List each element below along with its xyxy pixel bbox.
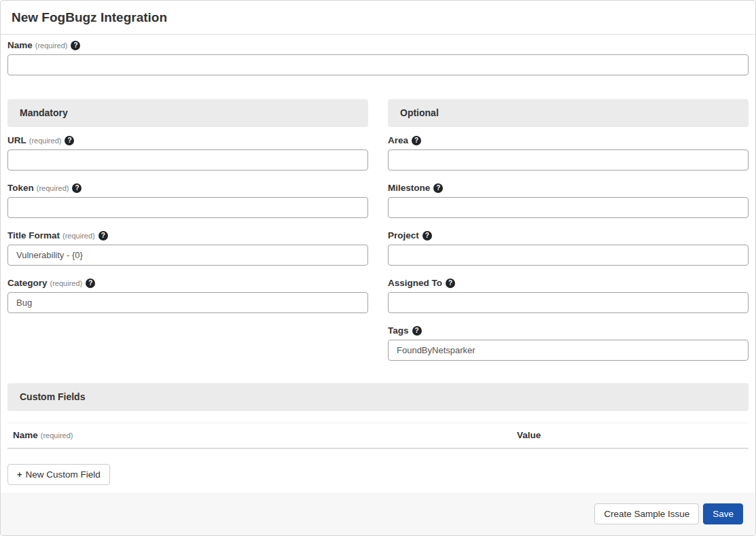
category-input[interactable]	[7, 292, 368, 313]
new-fogbugz-integration-panel: New FogBugz Integration Name (required) …	[0, 0, 756, 536]
assigned-to-label: Assigned To	[388, 278, 442, 288]
custom-fields-section: Custom Fields Name(required) Value + New…	[7, 383, 749, 485]
milestone-field-group: Milestone	[388, 183, 749, 218]
token-required-suffix: (required)	[37, 184, 69, 192]
help-icon[interactable]	[446, 279, 455, 288]
tags-input[interactable]	[388, 340, 749, 361]
columns-row: Mandatory URL (required) Token (required…	[7, 99, 749, 373]
name-label-row: Name (required)	[7, 40, 749, 50]
name-label: Name	[7, 40, 33, 50]
assigned-to-input[interactable]	[388, 292, 749, 313]
url-label: URL	[7, 135, 26, 145]
tags-label: Tags	[388, 325, 409, 336]
new-custom-field-label: New Custom Field	[26, 469, 101, 480]
url-required-suffix: (required)	[29, 137, 62, 145]
name-field-group: Name (required)	[7, 40, 749, 75]
url-field-group: URL (required)	[7, 135, 368, 171]
custom-fields-table-header-row: Name(required) Value	[7, 423, 749, 449]
tags-field-group: Tags	[388, 325, 749, 361]
name-required-suffix: (required)	[35, 41, 68, 50]
name-input[interactable]	[7, 54, 749, 75]
url-input[interactable]	[7, 149, 368, 171]
custom-fields-table: Name(required) Value	[7, 423, 749, 449]
title-format-required-suffix: (required)	[62, 232, 95, 240]
help-icon[interactable]	[412, 326, 422, 336]
optional-section-header: Optional	[388, 99, 749, 127]
help-icon[interactable]	[65, 136, 74, 145]
new-custom-field-button[interactable]: + New Custom Field	[7, 464, 110, 485]
panel-body: Name (required) Mandatory URL (required)	[1, 35, 755, 493]
save-button[interactable]: Save	[703, 503, 743, 524]
token-field-group: Token (required)	[7, 183, 368, 218]
help-icon[interactable]	[98, 231, 108, 240]
panel-heading: New FogBugz Integration	[1, 1, 755, 35]
category-required-suffix: (required)	[50, 279, 83, 287]
token-label: Token	[7, 183, 34, 193]
help-icon[interactable]	[412, 136, 421, 145]
panel-footer: Create Sample Issue Save	[1, 493, 755, 535]
optional-column: Optional Area Milestone	[388, 99, 749, 373]
area-field-group: Area	[388, 135, 749, 171]
category-field-group: Category (required)	[7, 278, 368, 313]
custom-field-name-required-suffix: (required)	[41, 431, 73, 440]
title-format-field-group: Title Format (required)	[7, 230, 368, 266]
help-icon[interactable]	[422, 231, 432, 240]
project-field-group: Project	[388, 230, 749, 266]
mandatory-column: Mandatory URL (required) Token (required…	[7, 99, 368, 373]
help-icon[interactable]	[433, 183, 443, 193]
custom-fields-section-header: Custom Fields	[7, 383, 749, 411]
plus-icon: +	[17, 469, 22, 480]
custom-field-value-header: Value	[511, 423, 749, 449]
page-title: New FogBugz Integration	[12, 10, 744, 25]
title-format-input[interactable]	[7, 245, 368, 266]
assigned-to-field-group: Assigned To	[388, 278, 749, 313]
title-format-label: Title Format	[7, 230, 60, 240]
create-sample-issue-button[interactable]: Create Sample Issue	[594, 503, 699, 524]
area-input[interactable]	[388, 149, 749, 171]
category-label: Category	[7, 278, 48, 288]
custom-field-name-header: Name(required)	[7, 423, 511, 449]
help-icon[interactable]	[86, 279, 95, 288]
area-label: Area	[388, 135, 408, 145]
milestone-label: Milestone	[388, 183, 430, 193]
mandatory-section-header: Mandatory	[7, 99, 368, 127]
milestone-input[interactable]	[388, 197, 749, 218]
project-label: Project	[388, 230, 419, 240]
project-input[interactable]	[388, 245, 749, 266]
help-icon[interactable]	[72, 183, 82, 193]
help-icon[interactable]	[71, 41, 80, 50]
token-input[interactable]	[7, 197, 368, 218]
